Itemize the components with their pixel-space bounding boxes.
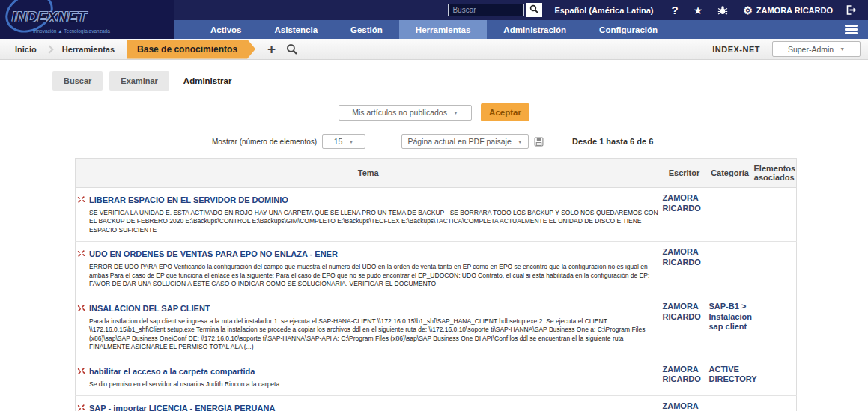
kb-article-associated (753, 396, 797, 411)
chevron-right-icon (45, 45, 53, 53)
unpublished-broken-link-icon (77, 302, 85, 315)
kb-article-writer[interactable]: ZAMORA RICARDO (661, 359, 708, 395)
articles-filter-select[interactable]: Mis artículos no publicados ▼ (339, 105, 472, 121)
page-size-select[interactable]: 15 ▼ (322, 134, 365, 149)
table-row: SAP - importar LICENCIA - ENERGÍA PERUAN… (76, 396, 797, 411)
articles-filter-row: Mis artículos no publicados ▼ Aceptar (0, 103, 868, 121)
nav-item-gestion[interactable]: Gestión (334, 20, 399, 39)
nav-item-asistencia[interactable]: Asistencia (258, 20, 335, 39)
table-row: LIBERAR ESPACIO EN EL SERVIDOR DE DOMINI… (76, 188, 797, 242)
page-size-label: Mostrar (número de elementos) (212, 138, 317, 146)
global-search (448, 3, 542, 17)
kb-tabs: Buscar Examinar Administrar (52, 71, 868, 91)
col-header-elementos: Elementos asociados (753, 159, 797, 188)
kb-article-summary: Para la instlacion del sap client se ing… (77, 317, 660, 352)
nav-item-administracion[interactable]: Administración (487, 20, 583, 39)
kb-article-category[interactable]: ACTIVE DIRECTORY (708, 359, 753, 395)
table-row: habilitar el acceso a la carpeta compart… (76, 359, 797, 395)
bug-report-icon[interactable] (717, 5, 728, 15)
add-icon[interactable]: + (267, 42, 276, 56)
search-icon (529, 4, 538, 16)
accept-button[interactable]: Aceptar (481, 103, 529, 121)
export-save-icon[interactable] (534, 137, 544, 147)
chevron-down-icon: ▼ (840, 46, 845, 52)
breadcrumb-bar: Inicio Herramientas Base de conocimiento… (0, 39, 868, 60)
breadcrumb-inicio[interactable]: Inicio (7, 45, 44, 54)
tab-examinar[interactable]: Examinar (109, 71, 169, 91)
col-header-escritor: Escritor (661, 159, 708, 188)
kb-article-writer[interactable]: ZAMORA RICARDO (661, 396, 708, 411)
nav-item-activos[interactable]: Activos (194, 20, 258, 39)
kb-article-associated (753, 296, 797, 359)
col-header-tema: Tema (76, 159, 661, 188)
nav-item-herramientas[interactable]: Herramientas (399, 20, 488, 39)
kb-article-link[interactable]: SAP - importar LICENCIA - ENERGÍA PERUAN… (89, 404, 275, 411)
list-controls-row: Mostrar (número de elementos) 15 ▼ Págin… (0, 134, 868, 149)
kb-article-writer[interactable]: ZAMORA RICARDO (661, 242, 708, 296)
unpublished-broken-link-icon (77, 365, 85, 378)
search-input[interactable] (448, 4, 524, 16)
kb-article-category (708, 188, 753, 242)
kb-article-summary: Se dio permiso en el servidor al usuario… (77, 380, 660, 389)
col-header-categoria: Categoría (708, 159, 753, 188)
kb-article-summary: ERROR DE UDO PARA EPO Verificando la con… (77, 263, 660, 288)
chevron-down-icon: ▼ (453, 110, 458, 115)
export-format-select[interactable]: Página actual en PDF paisaje ▼ (401, 134, 529, 149)
search-button[interactable] (526, 3, 542, 17)
language-selector[interactable]: Español (América Latina) (554, 6, 653, 15)
bookmark-star-icon[interactable]: ★ (694, 4, 703, 16)
tab-buscar[interactable]: Buscar (52, 71, 103, 91)
logo-tagline: Innovación ▲ Tecnología avanzada (33, 28, 110, 34)
kb-article-category[interactable]: SAP-B1 > Instalacion sap client (708, 296, 753, 359)
kb-article-link[interactable]: habilitar el acceso a la carpeta compart… (89, 367, 255, 376)
app-logo[interactable]: INDEXNET Innovación ▲ Tecnología avanzad… (0, 0, 174, 39)
help-icon[interactable]: ? (671, 4, 678, 16)
breadcrumb-herramientas[interactable]: Herramientas (55, 45, 122, 54)
kb-article-writer[interactable]: ZAMORA RICARDO (661, 296, 708, 359)
kb-article-associated (753, 188, 797, 242)
kb-article-link[interactable]: UDO EN ORDENES DE VENTAS PARA EPO NO ENL… (89, 249, 338, 258)
tab-administrar[interactable]: Administrar (176, 71, 240, 91)
entity-label: INDEX-NET (712, 45, 760, 54)
kb-article-category (708, 242, 753, 296)
kb-article-link[interactable]: INSALACION DEL SAP CLIENT (89, 304, 210, 313)
profile-select[interactable]: Super-Admin ▼ (772, 41, 861, 57)
user-menu[interactable]: ⚙ ZAMORA RICARDO (743, 4, 833, 16)
breadcrumb-base-de-conocimientos[interactable]: Base de conocimientos (127, 40, 255, 59)
kb-article-link[interactable]: LIBERAR ESPACIO EN EL SERVIDOR DE DOMINI… (89, 195, 288, 204)
kb-article-summary: SE VERIFICA LA UNIDAD E. ESTA ACTIVADO E… (77, 209, 660, 234)
hamburger-menu-icon[interactable] (845, 25, 858, 34)
table-header-row: Tema Escritor Categoría Elementos asocia… (76, 159, 797, 188)
unpublished-broken-link-icon (77, 247, 85, 261)
kb-article-writer[interactable]: ZAMORA RICARDO (661, 188, 708, 242)
kb-article-associated (753, 359, 797, 395)
settings-gear-icon: ⚙ (743, 4, 753, 16)
kb-articles-table: Tema Escritor Categoría Elementos asocia… (75, 158, 797, 411)
nav-item-configuracion[interactable]: Configuración (583, 20, 674, 39)
kb-article-associated (753, 242, 797, 296)
unpublished-broken-link-icon (77, 193, 85, 207)
unpublished-broken-link-icon (77, 401, 85, 411)
user-name-label: ZAMORA RICARDO (756, 6, 833, 15)
kb-article-category (708, 396, 753, 411)
main-content: Buscar Examinar Administrar Mis artículo… (0, 60, 868, 411)
logout-icon[interactable] (846, 5, 858, 15)
chevron-down-icon: ▼ (518, 139, 523, 144)
search-icon[interactable] (286, 43, 297, 55)
pagination-range-label: Desde 1 hasta 6 de 6 (572, 137, 653, 146)
logo-title: INDEXNET (12, 9, 87, 25)
table-row: INSALACION DEL SAP CLIENT Para la instla… (76, 296, 797, 359)
table-row: UDO EN ORDENES DE VENTAS PARA EPO NO ENL… (76, 242, 797, 296)
chevron-down-icon: ▼ (348, 139, 353, 144)
